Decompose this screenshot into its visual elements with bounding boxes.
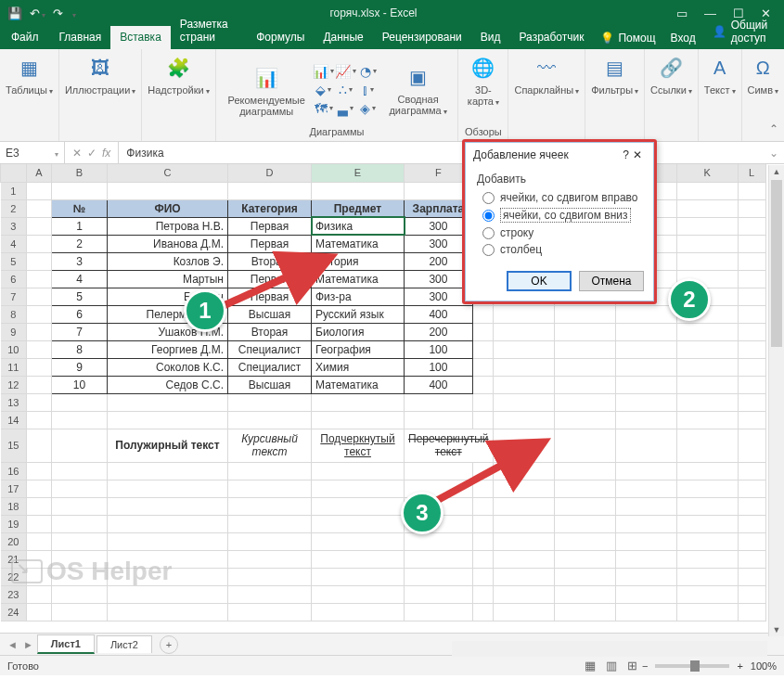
- cell[interactable]: [554, 411, 615, 429]
- normal-view-icon[interactable]: ▦: [581, 659, 599, 673]
- cell[interactable]: [312, 480, 405, 497]
- cell[interactable]: [554, 515, 615, 532]
- cell[interactable]: [676, 235, 738, 252]
- cell[interactable]: Первая: [228, 217, 312, 235]
- cell[interactable]: [615, 585, 676, 603]
- map-chart-icon[interactable]: 🗺: [315, 100, 332, 117]
- cell[interactable]: 7: [52, 323, 108, 340]
- cell[interactable]: [108, 462, 228, 480]
- cell[interactable]: [27, 429, 52, 462]
- new-sheet-icon[interactable]: +: [160, 635, 178, 654]
- cell[interactable]: [27, 515, 52, 532]
- dialog-help-icon[interactable]: ?: [623, 148, 629, 161]
- cell[interactable]: [27, 532, 52, 550]
- cell[interactable]: [676, 217, 738, 235]
- tab-data[interactable]: Данные: [314, 26, 372, 49]
- cell[interactable]: [738, 429, 765, 462]
- cell[interactable]: [108, 393, 228, 411]
- cell[interactable]: 200: [405, 323, 473, 340]
- cell[interactable]: [615, 480, 676, 497]
- cell[interactable]: [493, 411, 554, 429]
- cell[interactable]: [554, 429, 615, 462]
- row-header[interactable]: 13: [1, 393, 27, 411]
- row-header[interactable]: 17: [1, 480, 27, 497]
- cancel-formula-icon[interactable]: ✕: [72, 147, 82, 160]
- cell[interactable]: [738, 235, 765, 252]
- cell[interactable]: Высшая: [228, 376, 312, 393]
- cell[interactable]: [52, 480, 108, 497]
- cell[interactable]: [228, 182, 312, 199]
- cell[interactable]: [312, 568, 405, 585]
- cell[interactable]: [615, 568, 676, 585]
- vertical-scrollbar[interactable]: ▲▼: [768, 165, 784, 636]
- cell[interactable]: [472, 603, 493, 621]
- cell[interactable]: [228, 568, 312, 585]
- hierarchy-chart-icon[interactable]: ⬙: [315, 82, 332, 98]
- cell[interactable]: [405, 568, 473, 585]
- radio-entire-row[interactable]: строку: [482, 226, 642, 239]
- cell[interactable]: [676, 429, 738, 462]
- cell[interactable]: [493, 585, 554, 603]
- cell[interactable]: [228, 411, 312, 429]
- cell[interactable]: [738, 217, 765, 235]
- cell[interactable]: [27, 462, 52, 480]
- tab-developer[interactable]: Разработчик: [510, 26, 594, 49]
- cell[interactable]: [676, 462, 738, 480]
- cell[interactable]: [108, 480, 228, 497]
- cell[interactable]: [676, 515, 738, 532]
- links-button[interactable]: 🔗Ссылки: [650, 53, 692, 97]
- cell[interactable]: 5: [52, 288, 108, 305]
- cell[interactable]: [554, 585, 615, 603]
- cell[interactable]: [738, 550, 765, 568]
- cell[interactable]: [615, 462, 676, 480]
- maximize-icon[interactable]: ☐: [733, 6, 744, 20]
- cell[interactable]: 4: [52, 270, 108, 288]
- col-header[interactable]: D: [228, 164, 312, 182]
- row-header[interactable]: 10: [1, 340, 27, 358]
- combo-chart-icon[interactable]: ⫿: [360, 82, 377, 98]
- sheet-tab-2[interactable]: Лист2: [96, 635, 152, 653]
- cell[interactable]: 3: [52, 252, 108, 270]
- cell[interactable]: [554, 497, 615, 515]
- cell[interactable]: [472, 393, 493, 411]
- row-header[interactable]: 8: [1, 305, 27, 323]
- cell[interactable]: [676, 532, 738, 550]
- cell[interactable]: [52, 182, 108, 199]
- cell[interactable]: Седов С.С.: [108, 376, 228, 393]
- cell[interactable]: 10: [52, 376, 108, 393]
- row-header[interactable]: 20: [1, 532, 27, 550]
- expand-formula-icon[interactable]: ⌄: [764, 147, 784, 160]
- filters-button[interactable]: ▤Фильтры: [591, 53, 638, 97]
- cell[interactable]: [472, 411, 493, 429]
- cell[interactable]: [312, 182, 405, 199]
- cell[interactable]: [738, 323, 765, 340]
- row-header[interactable]: 18: [1, 497, 27, 515]
- cell[interactable]: [27, 305, 52, 323]
- sheet-tab-1[interactable]: Лист1: [37, 634, 95, 654]
- undo-icon[interactable]: ↶: [30, 6, 45, 20]
- cell[interactable]: Иванова Д.М.: [108, 235, 228, 252]
- cell[interactable]: [108, 603, 228, 621]
- page-layout-view-icon[interactable]: ▥: [602, 659, 621, 673]
- page-break-view-icon[interactable]: ⊞: [623, 659, 642, 673]
- cell[interactable]: [472, 358, 493, 376]
- cell[interactable]: [738, 532, 765, 550]
- cell[interactable]: [52, 393, 108, 411]
- row-header[interactable]: 9: [1, 323, 27, 340]
- cell[interactable]: [676, 480, 738, 497]
- cell[interactable]: 9: [52, 358, 108, 376]
- cell[interactable]: 100: [405, 340, 473, 358]
- cell[interactable]: [27, 480, 52, 497]
- cell[interactable]: [228, 585, 312, 603]
- cell[interactable]: [493, 323, 554, 340]
- formula-input[interactable]: Физика: [119, 147, 764, 160]
- cell[interactable]: [738, 480, 765, 497]
- radio-entire-column[interactable]: столбец: [482, 243, 642, 256]
- cell[interactable]: [27, 323, 52, 340]
- cell[interactable]: [738, 376, 765, 393]
- cell[interactable]: 1: [52, 217, 108, 235]
- cell[interactable]: [554, 376, 615, 393]
- cell[interactable]: [676, 550, 738, 568]
- cell[interactable]: [312, 585, 405, 603]
- cell[interactable]: [615, 358, 676, 376]
